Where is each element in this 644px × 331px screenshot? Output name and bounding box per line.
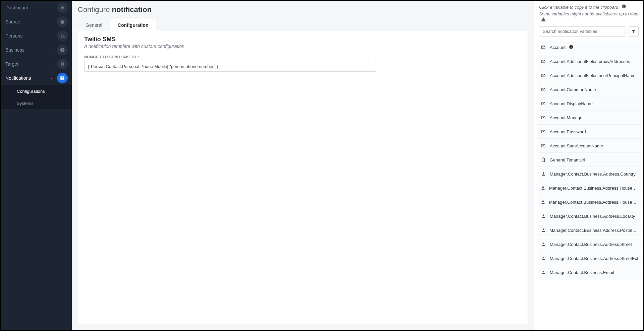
- users-icon: [57, 30, 68, 41]
- sidebar: Dashboard Source ‹ Persons Business ‹ Ta…: [1, 1, 72, 330]
- variables-list[interactable]: Account. Account.AdditionalFields.proxyA…: [534, 40, 643, 331]
- tabbar: GeneralConfiguration: [72, 19, 534, 31]
- sidebar-item-label: Persons: [5, 33, 50, 39]
- person-icon: [540, 186, 546, 190]
- variable-item[interactable]: Manager.Contact.Business.Address.StreetE…: [537, 252, 642, 265]
- variable-item[interactable]: General.TenantUrl: [537, 153, 642, 167]
- variable-item[interactable]: Manager.Contact.Business.Address.Localit…: [537, 210, 642, 223]
- variable-item[interactable]: Manager.Contact.Business.Address.HouseNu…: [537, 196, 642, 209]
- info-icon: [622, 5, 626, 10]
- page-title: Configure notification: [78, 5, 528, 14]
- person-icon: [540, 172, 547, 176]
- tab-configuration[interactable]: Configuration: [110, 19, 156, 31]
- variable-name: Manager.Contact.Business.Email: [550, 270, 614, 275]
- form-title: Twilio SMS: [84, 36, 522, 43]
- variables-hint-2-text: Some variables might not be available or…: [539, 11, 638, 16]
- variables-hint-1: Click a variable to copy it to the clipb…: [539, 4, 639, 11]
- sidebar-item-target[interactable]: Target ‹: [1, 57, 72, 71]
- envelope-icon: [540, 115, 547, 120]
- chevron-down-icon: ▾: [50, 76, 54, 80]
- page-title-prefix: Configure: [78, 5, 110, 14]
- person-icon: [540, 242, 547, 247]
- home-icon: [57, 2, 68, 13]
- variable-name: Account.SamAccountName: [550, 143, 603, 148]
- variables-hint-1-text: Click a variable to copy it to the clipb…: [539, 5, 618, 10]
- sidebar-item-label: Source: [5, 19, 50, 24]
- variable-item[interactable]: Account.AdditionalFields.proxyAddresses: [537, 55, 642, 68]
- envelope-icon: [540, 143, 547, 148]
- tab-content-configuration: Twilio SMS A notification template with …: [78, 31, 528, 324]
- person-icon: [540, 270, 547, 275]
- globe-icon: [57, 45, 68, 55]
- filter-icon: [631, 29, 636, 34]
- variable-name: Manager.Contact.Business.Address.PostalC…: [549, 228, 639, 233]
- variable-name: Account.Manager: [550, 115, 584, 120]
- variable-name: Account.AdditionalFields.userPrincipalNa…: [550, 73, 636, 78]
- variable-name: Account.: [550, 45, 567, 50]
- sidebar-item-dashboard[interactable]: Dashboard: [1, 1, 72, 15]
- sidebar-item-label: Dashboard: [5, 5, 50, 10]
- variable-name: Manager.Contact.Business.Address.HouseNu…: [549, 186, 639, 191]
- envelope-icon: [57, 73, 68, 83]
- person-icon: [540, 200, 546, 204]
- sidebar-item-notifications[interactable]: Notifications ▾: [1, 71, 72, 85]
- variable-item[interactable]: Manager.Contact.Business.Address.PostalC…: [537, 224, 642, 237]
- variable-name: Account.Password: [550, 129, 586, 134]
- variable-item[interactable]: Manager.Contact.Business.Email: [537, 266, 642, 279]
- variable-item[interactable]: Account.AdditionalFields.userPrincipalNa…: [537, 69, 642, 82]
- database-icon: [57, 16, 68, 27]
- variable-item[interactable]: Account.Password: [537, 125, 642, 139]
- variable-name: Manager.Contact.Business.Address.Street: [550, 242, 632, 247]
- variables-panel-header: Click a variable to copy it to the clipb…: [534, 1, 643, 26]
- envelope-icon: [540, 45, 547, 50]
- variable-item[interactable]: Account.CommonName: [537, 83, 642, 96]
- variable-item[interactable]: Account.: [537, 41, 642, 54]
- grid-icon: [57, 59, 68, 69]
- variables-panel: Click a variable to copy it to the clipb…: [534, 1, 643, 330]
- envelope-icon: [540, 101, 547, 106]
- number-to-send-input[interactable]: [84, 61, 376, 72]
- chevron-left-icon: ‹: [50, 48, 54, 52]
- variables-hint-2: Some variables might not be available or…: [539, 11, 639, 24]
- sidebar-item-label: Business: [5, 47, 50, 53]
- envelope-icon: [540, 129, 547, 134]
- variables-filter-button[interactable]: [629, 26, 639, 37]
- main-content: Configure notification GeneralConfigurat…: [72, 1, 534, 330]
- chevron-left-icon: ‹: [50, 20, 54, 24]
- variable-name: Manager.Contact.Business.Address.Localit…: [550, 214, 635, 219]
- variables-search-row: [534, 26, 643, 40]
- variable-name: Account.DisplayName: [550, 101, 593, 106]
- person-icon: [540, 228, 547, 233]
- person-icon: [540, 214, 547, 218]
- variable-name: Manager.Contact.Business.Address.HouseNu…: [549, 200, 639, 205]
- field-label-number-to: NUMBER TO SEND SMS TO *: [84, 55, 522, 59]
- envelope-icon: [540, 59, 547, 64]
- variable-name: Account.AdditionalFields.proxyAddresses: [550, 59, 630, 64]
- variable-item[interactable]: Manager.Contact.Business.Address.Country: [537, 168, 642, 181]
- tab-general[interactable]: General: [78, 19, 110, 31]
- chevron-left-icon: ‹: [50, 62, 54, 66]
- sidebar-item-label: Notifications: [5, 75, 50, 81]
- form-subtitle: A notification template with custom conf…: [84, 44, 522, 49]
- page-title-bold: notification: [112, 5, 152, 14]
- page-header: Configure notification: [72, 1, 534, 17]
- variable-item[interactable]: Account.DisplayName: [537, 97, 642, 111]
- variable-item[interactable]: Account.SamAccountName: [537, 139, 642, 153]
- sidebar-item-persons[interactable]: Persons: [1, 29, 72, 43]
- variable-item[interactable]: Account.Manager: [537, 111, 642, 125]
- variables-search-input[interactable]: [539, 26, 626, 37]
- sidebar-item-label: Target: [5, 61, 50, 67]
- sidebar-item-business[interactable]: Business ‹: [1, 43, 72, 57]
- variable-item[interactable]: Manager.Contact.Business.Address.Street: [537, 238, 642, 251]
- envelope-icon: [540, 87, 547, 92]
- sidebar-subitem-configurations[interactable]: Configurations: [1, 85, 72, 97]
- field-number-to-send: NUMBER TO SEND SMS TO *: [84, 55, 522, 72]
- sidebar-subitem-systems[interactable]: Systems: [1, 97, 72, 109]
- sidebar-subitems-notifications: ConfigurationsSystems: [1, 85, 72, 109]
- sidebar-item-source[interactable]: Source ‹: [1, 15, 72, 29]
- variable-name: Manager.Contact.Business.Address.Country: [550, 172, 636, 177]
- file-icon: [540, 157, 547, 162]
- envelope-icon: [540, 73, 547, 78]
- variable-item[interactable]: Manager.Contact.Business.Address.HouseNu…: [537, 182, 642, 195]
- person-icon: [540, 256, 547, 261]
